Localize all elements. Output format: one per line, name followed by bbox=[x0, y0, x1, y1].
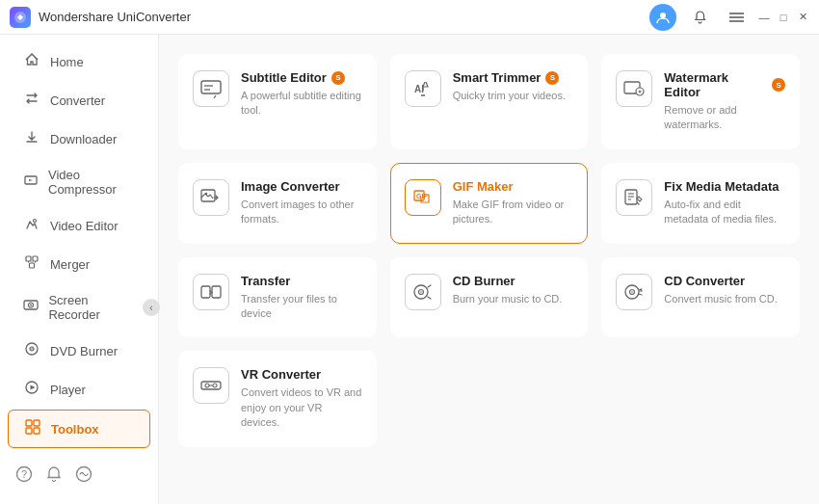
sidebar-item-label: Home bbox=[50, 55, 84, 69]
sidebar-item-downloader[interactable]: Downloader bbox=[8, 120, 150, 157]
svg-rect-7 bbox=[26, 256, 31, 261]
home-icon bbox=[23, 52, 40, 71]
gif-maker-title: GIF Maker bbox=[453, 179, 514, 194]
downloader-icon bbox=[23, 129, 40, 148]
user-icon[interactable] bbox=[649, 4, 676, 31]
svg-rect-8 bbox=[33, 256, 38, 261]
fix-media-metadata-icon bbox=[616, 179, 652, 216]
maximize-button[interactable]: □ bbox=[777, 11, 790, 24]
sidebar-item-label: Downloader bbox=[50, 132, 117, 146]
sidebar-item-screen-recorder[interactable]: Screen Recorder ‹ bbox=[8, 284, 150, 331]
converter-icon bbox=[23, 91, 40, 110]
merger-icon bbox=[23, 254, 40, 274]
svg-point-42 bbox=[420, 291, 422, 293]
sidebar-item-video-editor[interactable]: Video Editor bbox=[8, 207, 150, 244]
subtitle-editor-icon bbox=[193, 70, 229, 107]
content-area: Subtitle Editor S A powerful subtitle ed… bbox=[159, 35, 819, 504]
feedback-icon[interactable] bbox=[75, 465, 92, 487]
window-controls: — □ ✕ bbox=[757, 11, 809, 24]
svg-rect-24 bbox=[201, 81, 221, 93]
svg-point-15 bbox=[31, 348, 33, 350]
svg-point-31 bbox=[205, 193, 207, 195]
tools-grid: Subtitle Editor S A powerful subtitle ed… bbox=[178, 54, 800, 447]
tool-card-subtitle-editor[interactable]: Subtitle Editor S A powerful subtitle ed… bbox=[178, 54, 377, 149]
svg-point-12 bbox=[30, 305, 32, 306]
video-editor-icon bbox=[23, 216, 40, 235]
svg-rect-19 bbox=[26, 428, 32, 434]
tool-card-cd-burner[interactable]: CD Burner Burn your music to CD. bbox=[390, 257, 589, 338]
close-button[interactable]: ✕ bbox=[796, 11, 809, 24]
titlebar-action-icons bbox=[649, 4, 750, 31]
svg-rect-17 bbox=[26, 420, 32, 426]
menu-icon[interactable] bbox=[723, 4, 750, 31]
watermark-editor-title: Watermark Editor bbox=[664, 70, 767, 99]
sidebar-item-converter[interactable]: Converter bbox=[8, 82, 150, 119]
screen-recorder-icon bbox=[23, 298, 39, 317]
cd-converter-title: CD Converter bbox=[664, 274, 745, 288]
notification-icon[interactable] bbox=[46, 465, 62, 487]
sidebar-item-label: Screen Recorder bbox=[48, 293, 135, 322]
minimize-button[interactable]: — bbox=[757, 11, 771, 24]
help-icon[interactable]: ? bbox=[15, 465, 33, 487]
transfer-info: Transfer Transfer your files to device bbox=[241, 274, 362, 322]
sidebar-item-label: Converter bbox=[50, 93, 105, 108]
image-converter-icon bbox=[193, 179, 229, 216]
sidebar-item-video-compressor[interactable]: Video Compressor bbox=[8, 159, 150, 205]
video-compressor-icon bbox=[23, 172, 39, 192]
main-layout: Home Converter Downloader bbox=[0, 35, 819, 504]
svg-point-1 bbox=[660, 13, 666, 18]
gif-maker-icon: GIF bbox=[405, 179, 441, 216]
gif-maker-info: GIF Maker Make GIF from video or picture… bbox=[453, 179, 574, 227]
sidebar-item-label: DVD Burner bbox=[50, 344, 118, 358]
vr-converter-desc: Convert videos to VR and enjoy on your V… bbox=[241, 385, 362, 430]
watermark-editor-icon bbox=[616, 70, 652, 107]
tool-card-transfer[interactable]: Transfer Transfer your files to device bbox=[178, 257, 377, 338]
dvd-burner-icon bbox=[23, 341, 40, 360]
app-logo bbox=[10, 7, 31, 28]
tool-card-smart-trimmer[interactable]: AI Smart Trimmer S Quicky trim your vide… bbox=[390, 54, 589, 149]
vr-converter-icon bbox=[193, 367, 229, 404]
smart-trimmer-info: Smart Trimmer S Quicky trim your videos. bbox=[453, 70, 574, 103]
sidebar-item-dvd-burner[interactable]: DVD Burner bbox=[8, 332, 150, 369]
smart-trimmer-title: Smart Trimmer bbox=[453, 70, 542, 85]
tool-card-vr-converter[interactable]: VR Converter Convert videos to VR and en… bbox=[178, 351, 377, 446]
vr-converter-title: VR Converter bbox=[241, 367, 321, 382]
transfer-icon bbox=[193, 274, 229, 310]
sidebar-item-label: Merger bbox=[50, 257, 90, 272]
sidebar: Home Converter Downloader bbox=[0, 35, 159, 504]
svg-point-47 bbox=[213, 384, 217, 387]
tool-card-cd-converter[interactable]: CD Converter Convert music from CD. bbox=[601, 257, 800, 338]
watermark-editor-info: Watermark Editor S Remove or add waterma… bbox=[664, 70, 785, 133]
sidebar-item-label: Toolbox bbox=[51, 422, 99, 437]
fix-media-metadata-desc: Auto-fix and edit metadata of media file… bbox=[664, 198, 785, 227]
cd-burner-title: CD Burner bbox=[453, 274, 515, 288]
cd-burner-desc: Burn your music to CD. bbox=[453, 292, 574, 306]
titlebar: Wondershare UniConverter — □ ✕ bbox=[0, 0, 819, 35]
sidebar-item-toolbox[interactable]: Toolbox bbox=[8, 410, 150, 448]
tool-card-fix-media-metadata[interactable]: Fix Media Metadata Auto-fix and edit met… bbox=[601, 163, 800, 244]
svg-rect-18 bbox=[34, 420, 40, 426]
transfer-desc: Transfer your files to device bbox=[241, 292, 362, 322]
cd-converter-icon bbox=[616, 274, 652, 310]
subtitle-editor-badge: S bbox=[331, 71, 345, 85]
tool-card-image-converter[interactable]: Image Converter Convert images to other … bbox=[178, 163, 377, 244]
svg-rect-20 bbox=[34, 428, 40, 434]
svg-rect-9 bbox=[30, 263, 35, 268]
sidebar-collapse-button[interactable]: ‹ bbox=[143, 299, 160, 316]
svg-point-46 bbox=[205, 384, 209, 387]
sidebar-item-label: Player bbox=[50, 383, 86, 397]
sidebar-item-player[interactable]: Player bbox=[8, 371, 150, 408]
sidebar-item-label: Video Compressor bbox=[48, 168, 135, 197]
player-icon bbox=[23, 380, 40, 399]
svg-point-45 bbox=[632, 291, 634, 293]
image-converter-title: Image Converter bbox=[241, 179, 340, 194]
fix-media-metadata-title: Fix Media Metadata bbox=[664, 179, 779, 194]
tool-card-gif-maker[interactable]: GIF GIF Maker Make GIF from video or pic… bbox=[390, 163, 589, 244]
sidebar-item-merger[interactable]: Merger bbox=[8, 246, 150, 282]
bell-icon[interactable] bbox=[686, 4, 713, 31]
subtitle-editor-info: Subtitle Editor S A powerful subtitle ed… bbox=[241, 70, 362, 119]
sidebar-item-home[interactable]: Home bbox=[8, 43, 150, 80]
image-converter-info: Image Converter Convert images to other … bbox=[241, 179, 362, 227]
sidebar-item-label: Video Editor bbox=[50, 219, 119, 233]
tool-card-watermark-editor[interactable]: Watermark Editor S Remove or add waterma… bbox=[601, 54, 800, 149]
